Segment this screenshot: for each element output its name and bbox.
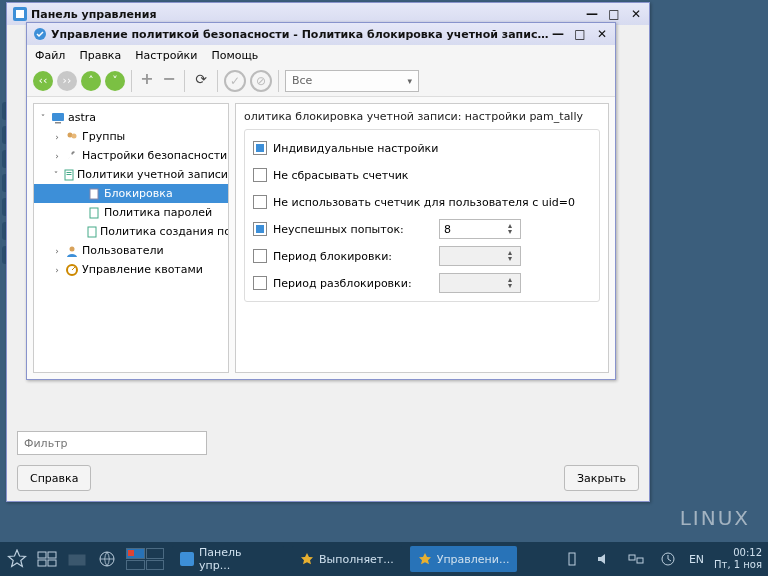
security-policy-window: Управление политикой безопасности - Поли… [26, 22, 616, 380]
tray-network-icon[interactable] [625, 548, 647, 570]
browser-launcher[interactable] [96, 548, 118, 570]
tree-creation-policy[interactable]: Политика создания пол... [34, 222, 228, 241]
svg-rect-1 [16, 10, 24, 18]
file-manager-launcher[interactable] [66, 548, 88, 570]
tree-account-policies[interactable]: ˅Политики учетной записи [34, 165, 228, 184]
no-reset-checkbox[interactable] [253, 168, 267, 182]
start-button[interactable] [6, 548, 28, 570]
no-uid0-checkbox[interactable] [253, 195, 267, 209]
form-pane: олитика блокировка учетной записи: настр… [235, 103, 609, 373]
clock-time: 00:12 [714, 547, 762, 559]
nav-back-button[interactable]: ‹‹ [33, 71, 53, 91]
svg-rect-21 [180, 552, 194, 566]
nav-down-button[interactable]: ˅ [105, 71, 125, 91]
taskbar-item-security-policy[interactable]: Управлени... [410, 546, 518, 572]
sec-menubar: Файл Правка Настройки Помощь [27, 45, 615, 65]
computer-icon [50, 111, 66, 125]
tree-lock-policy[interactable]: Блокировка [34, 184, 228, 203]
tray-clock[interactable]: 00:12 Пт, 1 ноя [714, 547, 762, 571]
tree-root[interactable]: ˅astra [34, 108, 228, 127]
unlock-period-checkbox[interactable] [253, 276, 267, 290]
clock-date: Пт, 1 ноя [714, 559, 762, 571]
svg-rect-23 [629, 555, 635, 560]
sec-close-button[interactable]: ✕ [595, 27, 609, 41]
tree-pane[interactable]: ˅astra ›Группы ›Настройки безопасности ˅… [33, 103, 229, 373]
svg-rect-19 [69, 555, 85, 565]
cp-filter-input[interactable] [17, 431, 207, 455]
lock-period-checkbox[interactable] [253, 249, 267, 263]
sec-toolbar: ‹‹ ›› ˄ ˅ + − ⟳ ✓ ⊘ Все▾ [27, 65, 615, 97]
svg-rect-8 [66, 172, 71, 173]
cancel-button[interactable]: ⊘ [250, 70, 272, 92]
svg-rect-4 [55, 122, 61, 124]
os-watermark: LINUX [680, 506, 750, 530]
menu-settings[interactable]: Настройки [135, 49, 197, 62]
nav-up-button[interactable]: ˄ [81, 71, 101, 91]
tray-keyboard-layout[interactable]: EN [689, 553, 704, 566]
individual-settings-label: Индивидуальные настройки [273, 142, 438, 155]
lock-period-spinbox[interactable]: ▴▾ [439, 246, 521, 266]
tree-groups[interactable]: ›Группы [34, 127, 228, 146]
remove-button[interactable]: − [160, 72, 178, 90]
tray-volume-icon[interactable] [593, 548, 615, 570]
filter-combo[interactable]: Все▾ [285, 70, 419, 92]
tree-password-policy[interactable]: Политика паролей [34, 203, 228, 222]
show-desktop-button[interactable] [36, 548, 58, 570]
users-icon [64, 244, 80, 258]
apply-button[interactable]: ✓ [224, 70, 246, 92]
svg-rect-17 [38, 560, 46, 566]
tree-users[interactable]: ›Пользователи [34, 241, 228, 260]
cp-close-dialog-button[interactable]: Закрыть [564, 465, 639, 491]
add-button[interactable]: + [138, 72, 156, 90]
tray-updates-icon[interactable] [657, 548, 679, 570]
cp-minimize-button[interactable]: — [585, 7, 599, 21]
password-policy-icon [86, 206, 102, 220]
unlock-period-spinbox[interactable]: ▴▾ [439, 273, 521, 293]
fail-attempts-spinbox[interactable]: 8▴▾ [439, 219, 521, 239]
svg-rect-3 [52, 113, 64, 121]
individual-settings-checkbox[interactable] [253, 141, 267, 155]
cp-title: Панель управления [31, 8, 585, 21]
nav-forward-button[interactable]: ›› [57, 71, 77, 91]
svg-rect-18 [48, 560, 56, 566]
svg-point-6 [72, 133, 77, 138]
cp-help-button[interactable]: Справка [17, 465, 91, 491]
tray-usb-icon[interactable] [561, 548, 583, 570]
lock-policy-icon [86, 187, 102, 201]
cp-task-icon [180, 552, 194, 566]
sec-titlebar[interactable]: Управление политикой безопасности - Поли… [27, 23, 615, 45]
cp-close-button[interactable]: ✕ [629, 7, 643, 21]
refresh-button[interactable]: ⟳ [191, 71, 211, 91]
svg-point-13 [70, 246, 75, 251]
svg-rect-12 [88, 227, 96, 237]
chevron-down-icon: ▾ [407, 76, 412, 86]
system-tray: EN 00:12 Пт, 1 ноя [561, 547, 762, 571]
run-task-icon [300, 552, 314, 566]
sec-maximize-button[interactable]: □ [573, 27, 587, 41]
lock-period-label: Период блокировки: [273, 250, 433, 263]
sec-app-icon [33, 27, 47, 41]
quota-icon [64, 263, 80, 277]
desktop-pager[interactable] [126, 548, 164, 570]
menu-help[interactable]: Помощь [211, 49, 258, 62]
groups-icon [64, 130, 80, 144]
svg-rect-9 [66, 174, 71, 175]
svg-rect-24 [637, 558, 643, 563]
svg-rect-10 [90, 189, 98, 199]
cp-maximize-button[interactable]: □ [607, 7, 621, 21]
taskbar-item-control-panel[interactable]: Панель упр... [172, 546, 284, 572]
cp-app-icon [13, 7, 27, 21]
unlock-period-label: Период разблокировки: [273, 277, 433, 290]
menu-edit[interactable]: Правка [79, 49, 121, 62]
taskbar-item-running[interactable]: Выполняет... [292, 546, 402, 572]
menu-file[interactable]: Файл [35, 49, 65, 62]
svg-rect-11 [90, 208, 98, 218]
no-uid0-label: Не использовать счетчик для пользователя… [273, 196, 575, 209]
taskbar: Панель упр... Выполняет... Управлени... … [0, 542, 768, 576]
sec-minimize-button[interactable]: — [551, 27, 565, 41]
tree-quotas[interactable]: ›Управление квотами [34, 260, 228, 279]
sec-task-icon [418, 552, 432, 566]
fail-attempts-checkbox[interactable] [253, 222, 267, 236]
tree-security-settings[interactable]: ›Настройки безопасности [34, 146, 228, 165]
sec-title: Управление политикой безопасности - Поли… [51, 28, 551, 41]
